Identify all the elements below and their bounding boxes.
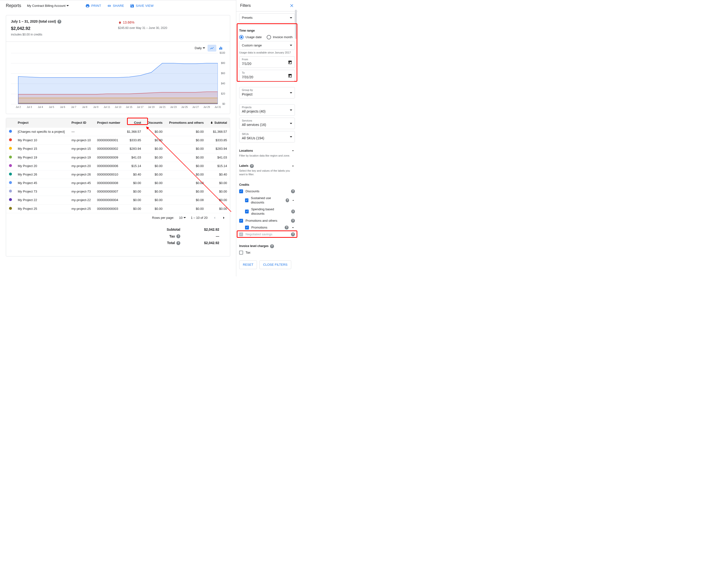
table-row[interactable]: My Project 10my-project-10000000000001$3… — [6, 136, 230, 145]
total-label: Total? — [161, 241, 180, 246]
help-icon[interactable]: ? — [291, 232, 295, 236]
table-row[interactable]: My Project 15my-project-15000000000002$2… — [6, 145, 230, 153]
table-row[interactable]: My Project 19my-project-19000000000009$4… — [6, 153, 230, 162]
help-icon[interactable]: ? — [286, 198, 289, 202]
skus-dropdown[interactable]: SKUs All SKUs (194) — [239, 131, 295, 142]
share-button[interactable]: SHARE — [107, 4, 124, 8]
help-icon[interactable]: ? — [57, 20, 61, 24]
checkbox-checked-icon — [245, 198, 249, 202]
caret-down-icon — [290, 109, 292, 111]
sud-checkbox[interactable]: Sustained use discounts ? — [239, 195, 295, 206]
help-icon[interactable]: ? — [291, 210, 295, 214]
from-date-field[interactable]: From 7/1/20 — [239, 56, 295, 68]
filters-panel: Filters Presets Time range Usage date — [236, 0, 298, 276]
summary-total: $2,042.92 — [11, 26, 118, 32]
bar-chart-icon — [218, 46, 223, 50]
chevron-up-icon[interactable] — [291, 226, 295, 229]
caret-down-icon — [290, 92, 292, 93]
close-filters-button[interactable]: CLOSE FILTERS — [259, 260, 291, 269]
chevron-down-icon — [291, 164, 295, 168]
checkbox-checked-icon — [239, 189, 243, 193]
filters-title: Filters — [240, 3, 251, 8]
chevron-left-icon[interactable] — [212, 216, 217, 220]
time-range-title: Time range — [239, 29, 295, 33]
caret-down-icon — [290, 45, 292, 46]
delta-percent: 13.66% — [118, 20, 225, 25]
table-row[interactable]: My Project 20my-project-20000000000006$1… — [6, 162, 230, 170]
save-view-button[interactable]: SAVE VIEW — [130, 4, 154, 8]
col-project[interactable]: Project — [15, 118, 69, 128]
checkbox-disabled-icon — [239, 232, 243, 236]
print-button[interactable]: PRINT — [85, 4, 101, 8]
col-cost[interactable]: Cost — [124, 118, 144, 128]
rows-per-page-picker[interactable]: 10 — [179, 216, 186, 220]
help-icon[interactable]: ? — [176, 241, 180, 245]
bar-chart-toggle[interactable] — [216, 45, 225, 52]
locations-section[interactable]: Locations — [239, 149, 295, 153]
help-icon[interactable]: ? — [291, 219, 295, 223]
discounts-checkbox[interactable]: Discounts ? — [239, 188, 295, 195]
chevron-down-icon — [291, 149, 295, 153]
usage-date-radio[interactable]: Usage date — [239, 35, 262, 39]
caret-down-icon — [183, 217, 186, 218]
table-row[interactable]: My Project 22my-project-22000000000004$0… — [6, 196, 230, 204]
total-value: $2,042.92 — [195, 241, 219, 246]
checkbox-checked-icon — [245, 210, 249, 214]
help-icon[interactable]: ? — [250, 164, 254, 168]
negotiated-savings-checkbox: Negotiated savings ? — [239, 231, 295, 238]
help-icon[interactable]: ? — [176, 234, 180, 238]
help-icon[interactable]: ? — [291, 189, 295, 193]
projects-dropdown[interactable]: Projects All projects (40) — [239, 104, 295, 116]
chevron-up-icon[interactable] — [291, 198, 295, 202]
cost-table: ProjectProject IDProject numberCostDisco… — [6, 118, 230, 256]
granularity-picker[interactable]: Daily — [194, 46, 205, 50]
line-chart-toggle[interactable] — [208, 45, 216, 52]
checkbox-checked-icon — [239, 219, 243, 223]
table-row[interactable]: My Project 26my-project-26000000000010$0… — [6, 170, 230, 179]
promotions-others-checkbox[interactable]: Promotions and others ? — [239, 217, 295, 224]
presets-dropdown[interactable]: Presets — [239, 13, 295, 22]
rows-per-page-label: Rows per page: — [152, 216, 174, 220]
labels-section[interactable]: Labels? — [239, 164, 295, 168]
tax-label: Tax? — [161, 234, 180, 239]
invoice-month-radio[interactable]: Invoice month — [267, 35, 293, 39]
checkbox-unchecked-icon — [239, 251, 243, 254]
close-icon[interactable] — [290, 3, 294, 8]
caret-down-icon — [290, 136, 292, 137]
cost-chart: $100$80$60$40$20$0Jul 2Jul 3Jul 4Jul 5Ju… — [11, 53, 225, 109]
caret-down-icon — [290, 123, 292, 124]
subtotal-label: Subtotal — [161, 227, 180, 232]
page-title: Reports — [6, 3, 21, 9]
to-date-field[interactable]: To 7/31/20 — [239, 70, 295, 81]
table-row[interactable]: [Charges not specific to a project]—$1,3… — [6, 128, 230, 136]
table-row[interactable]: My Project 73my-project-73000000000007$0… — [6, 188, 230, 196]
col-project-id[interactable]: Project ID — [69, 118, 94, 128]
subtotal-value: $2,042.92 — [195, 227, 219, 232]
reset-button[interactable]: RESET — [239, 260, 257, 269]
chevron-right-icon[interactable] — [222, 216, 226, 220]
usage-hint: Usage data is available since January 20… — [239, 51, 295, 54]
sbd-checkbox[interactable]: Spending based discounts ? — [239, 206, 295, 217]
col-discounts[interactable]: Discounts — [144, 118, 165, 128]
group-by-dropdown[interactable]: Group by Project — [239, 87, 295, 99]
credits-title: Credits — [239, 183, 295, 187]
col-project-number[interactable]: Project number — [94, 118, 124, 128]
print-icon — [85, 4, 90, 8]
promotions-checkbox[interactable]: Promotions ? — [239, 224, 295, 231]
range-mode-dropdown[interactable]: Custom range — [239, 41, 295, 50]
help-icon[interactable]: ? — [270, 244, 274, 248]
svg-point-2 — [240, 36, 242, 38]
page-range: 1 – 10 of 20 — [191, 216, 208, 220]
table-row[interactable]: My Project 25my-project-25000000000003$0… — [6, 204, 230, 213]
calendar-icon — [288, 60, 292, 64]
help-icon[interactable]: ? — [285, 226, 289, 229]
tax-checkbox[interactable]: Tax — [239, 249, 295, 256]
billing-account-picker[interactable]: My Contract Billing Account — [27, 4, 69, 8]
services-dropdown[interactable]: Services All services (16) — [239, 118, 295, 129]
line-chart-icon — [210, 46, 214, 50]
caret-down-icon — [67, 5, 69, 6]
col-subtotal[interactable]: Subtotal — [207, 118, 230, 128]
link-icon — [107, 4, 111, 8]
table-row[interactable]: My Project 45my-project-45000000000008$0… — [6, 179, 230, 188]
col-promo[interactable]: Promotions and others — [165, 118, 207, 128]
